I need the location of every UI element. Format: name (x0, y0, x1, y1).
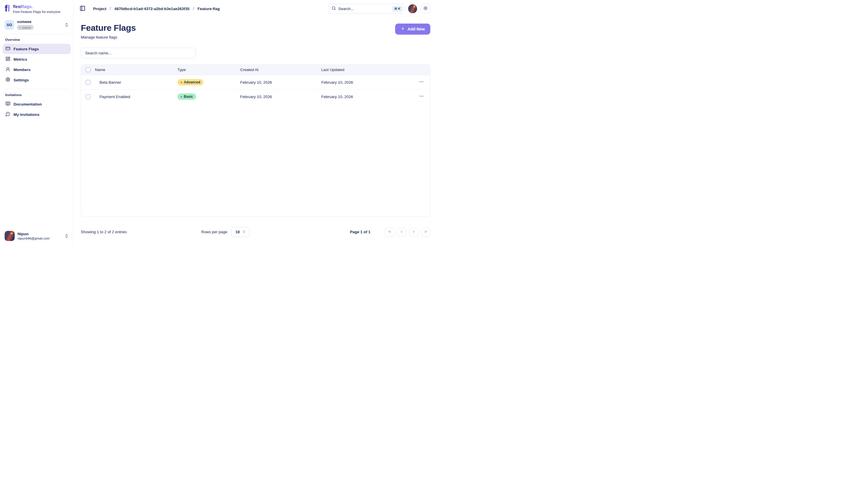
add-new-label: Add New (407, 27, 425, 31)
row-actions-button[interactable] (418, 78, 425, 86)
flag-type-cell: Basic (178, 93, 240, 100)
sidebar-divider (5, 89, 69, 89)
workspace-avatar: SO (5, 20, 14, 30)
page-header-text: Feature Flags Manage feature flags (81, 23, 136, 39)
logo-mark-f: f (5, 4, 7, 13)
breadcrumb-feature-flag[interactable]: Feature-flag (197, 7, 220, 11)
brand: f l flexiflags. Free Feature Flags for e… (3, 4, 71, 13)
pagination-area: Page 1 of 1 (250, 227, 430, 237)
column-header-type: Type (178, 68, 240, 72)
sidebar-toggle-button[interactable] (80, 5, 86, 12)
created-at: February 10, 2026 (240, 80, 321, 85)
next-page-button[interactable] (409, 227, 418, 237)
role-dot-icon (20, 27, 21, 28)
plus-icon (401, 27, 405, 32)
rows-per-page-label: Rows per page (201, 230, 227, 234)
sidebar-item-feature-flags[interactable]: Feature Flags (3, 44, 71, 54)
sidebar-divider (5, 34, 69, 34)
table-header-row: Name Type Created At Last Updated (81, 65, 430, 75)
row-checkbox[interactable] (86, 94, 91, 99)
chevrons-up-down-icon (64, 23, 69, 27)
last-page-button[interactable] (421, 227, 430, 237)
sidebar-item-documentation[interactable]: Documentation (3, 99, 71, 109)
sidebar-item-metrics[interactable]: Metrics (3, 54, 71, 64)
sidebar-section-overview: Overview (3, 38, 71, 41)
sidebar-item-label: Metrics (13, 57, 27, 62)
breadcrumb-project[interactable]: Project (93, 7, 106, 11)
flag-type-cell: Advanced (178, 79, 240, 85)
type-badge-basic: Basic (178, 93, 196, 100)
sidebar-section-invitations: Invitations (3, 93, 71, 97)
global-search[interactable]: ⌘ K (328, 4, 405, 14)
type-badge-advanced: Advanced (178, 79, 203, 85)
column-header-name: Name (95, 68, 178, 72)
breadcrumb-separator: / (193, 6, 194, 11)
sidebar-item-members[interactable]: Members (3, 64, 71, 75)
page-header: Feature Flags Manage feature flags Add N… (81, 23, 430, 39)
user-info: Nipun nipun946@gmail.com (18, 232, 50, 240)
page-info: Page 1 of 1 (350, 230, 370, 234)
page-title: Feature Flags (81, 23, 136, 33)
rows-per-page-value: 10 (236, 230, 240, 234)
sidebar-item-label: Settings (13, 78, 29, 82)
chevrons-right-icon (424, 229, 428, 235)
first-page-button[interactable] (385, 227, 394, 237)
chevrons-left-icon (388, 229, 392, 235)
row-checkbox-cell (81, 80, 95, 85)
badge-dot-icon (181, 82, 182, 83)
row-checkbox-cell (81, 94, 95, 99)
brand-name-secondary: flags. (22, 4, 33, 9)
workspace-switcher[interactable]: SO someee owner (3, 20, 71, 30)
row-actions-cell (413, 78, 430, 86)
topbar-divider (89, 6, 89, 11)
filter-name-input[interactable] (81, 48, 196, 58)
chevron-right-icon (411, 229, 416, 235)
user-avatar (5, 231, 15, 241)
brand-name: flexiflags. (13, 4, 60, 9)
pagination-controls (385, 227, 430, 237)
topbar-right: ⌘ K (328, 4, 430, 14)
flag-name: Payment Enabled (95, 95, 178, 99)
ellipsis-icon (419, 94, 424, 99)
badge-dot-icon (181, 96, 182, 97)
sidebar-item-label: Members (13, 68, 30, 72)
ellipsis-icon (419, 80, 424, 85)
type-badge-label: Advanced (184, 80, 200, 84)
panel-left-icon (80, 5, 86, 12)
content: Feature Flags Manage feature flags Add N… (74, 17, 434, 245)
user-icon (5, 67, 10, 72)
breadcrumb: Project / 4870dbcd-b1ad-4372-a2bd-b3e1ae… (93, 6, 220, 11)
sun-icon (423, 6, 428, 11)
workspace-name: someee (17, 20, 34, 24)
theme-toggle-button[interactable] (421, 4, 430, 13)
user-email: nipun946@gmail.com (18, 237, 50, 240)
select-all-checkbox[interactable] (86, 67, 91, 72)
previous-page-button[interactable] (397, 227, 406, 237)
sidebar-item-settings[interactable]: Settings (3, 75, 71, 85)
entries-summary: Showing 1 to 2 of 2 entries (81, 230, 201, 234)
user-account-menu[interactable]: Nipun nipun946@gmail.com (3, 231, 71, 241)
brand-name-primary: flexi (13, 4, 22, 9)
row-actions-button[interactable] (418, 93, 425, 101)
column-header-created: Created At (240, 68, 321, 72)
brand-logo-icon: f l (5, 4, 10, 13)
topbar-avatar[interactable] (408, 4, 417, 13)
sidebar-item-my-invitations[interactable]: My Invitations (3, 109, 71, 120)
sidebar-item-label: My Invitations (13, 113, 39, 117)
page-subtitle: Manage feature flags (81, 35, 136, 39)
row-checkbox[interactable] (86, 80, 91, 85)
sidebar: f l flexiflags. Free Feature Flags for e… (0, 0, 74, 245)
book-open-icon (5, 101, 10, 107)
rows-per-page-select[interactable]: 10 (231, 227, 250, 237)
user-name: Nipun (18, 232, 50, 236)
breadcrumb-project-id[interactable]: 4870dbcd-b1ad-4372-a2bd-b3e1ae263f35 (115, 7, 189, 11)
type-badge-label: Basic (184, 95, 193, 99)
column-header-updated: Last Updated (321, 68, 413, 72)
topbar: Project / 4870dbcd-b1ad-4372-a2bd-b3e1ae… (74, 0, 434, 17)
table-row: Beta Banner Advanced February 10, 2026 F… (81, 75, 430, 89)
search-input[interactable] (338, 7, 390, 11)
created-at: February 10, 2026 (240, 95, 321, 99)
add-new-button[interactable]: Add New (395, 24, 430, 34)
logo-mark-l: l (7, 4, 10, 13)
last-updated: February 10, 2026 (321, 80, 413, 85)
